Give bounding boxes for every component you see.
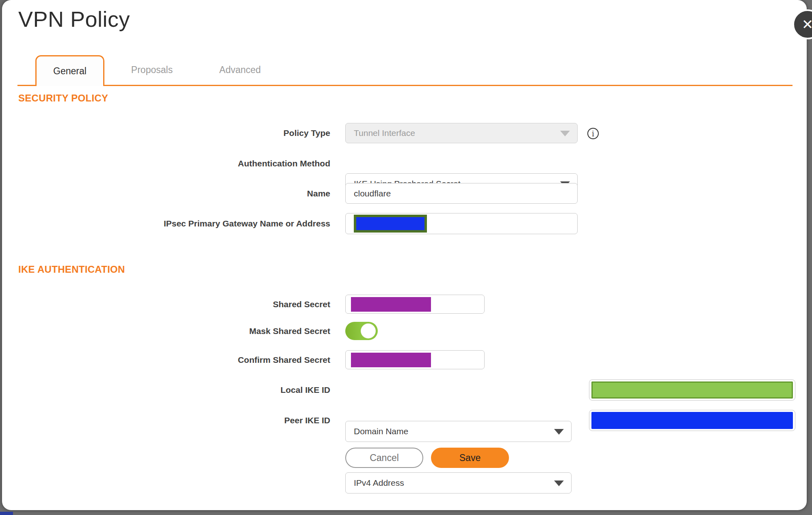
- local-ike-id-select[interactable]: Domain Name: [345, 421, 572, 442]
- page-title: VPN Policy: [18, 6, 130, 32]
- local-ike-id-value-input[interactable]: [589, 379, 795, 401]
- shared-secret-label: Shared Secret: [59, 295, 330, 314]
- confirm-shared-secret-redacted-value: [351, 353, 431, 367]
- gateway-input[interactable]: [345, 213, 578, 234]
- local-ike-id-type-value: Domain Name: [354, 427, 408, 436]
- peer-ike-id-redacted-value: [591, 412, 793, 429]
- policy-type-value: Tunnel Interface: [354, 128, 415, 138]
- chevron-down-icon: [554, 429, 564, 435]
- close-icon: ✕: [802, 16, 812, 32]
- mask-shared-secret-label: Mask Shared Secret: [59, 322, 330, 340]
- confirm-shared-secret-input[interactable]: [345, 350, 485, 369]
- shared-secret-redacted-value: [351, 297, 431, 312]
- peer-ike-id-type-value: IPv4 Address: [354, 478, 404, 488]
- vpn-policy-dialog: VPN Policy General Proposals Advanced SE…: [2, 0, 807, 510]
- section-heading-ike-authentication: IKE AUTHENTICATION: [18, 264, 125, 275]
- tab-general-label: General: [53, 66, 87, 77]
- peer-ike-id-label: Peer IKE ID: [59, 410, 330, 431]
- cancel-button[interactable]: Cancel: [345, 448, 423, 468]
- peer-ike-id-value-input[interactable]: [589, 410, 795, 431]
- gateway-redacted-value: [354, 215, 427, 233]
- name-input[interactable]: cloudflare: [345, 183, 578, 204]
- policy-type-select: Tunnel Interface: [345, 123, 578, 143]
- background-artifact: [0, 512, 13, 515]
- authentication-method-label: Authentication Method: [59, 153, 330, 174]
- peer-ike-id-select[interactable]: IPv4 Address: [345, 472, 572, 493]
- chevron-down-icon: [554, 481, 564, 486]
- tab-proposals-label: Proposals: [131, 65, 173, 75]
- tab-general[interactable]: General: [35, 55, 104, 86]
- info-icon[interactable]: i: [587, 128, 599, 139]
- name-label: Name: [59, 183, 330, 204]
- save-button[interactable]: Save: [431, 448, 509, 468]
- policy-type-label: Policy Type: [59, 123, 330, 143]
- gateway-label: IPsec Primary Gateway Name or Address: [59, 213, 330, 234]
- confirm-shared-secret-label: Confirm Shared Secret: [59, 350, 330, 369]
- tab-advanced-label: Advanced: [219, 65, 261, 75]
- tab-proposals[interactable]: Proposals: [115, 55, 188, 85]
- shared-secret-input[interactable]: [345, 295, 485, 314]
- toggle-knob: [361, 323, 376, 338]
- chevron-down-icon: [560, 131, 570, 136]
- local-ike-id-label: Local IKE ID: [59, 379, 330, 401]
- local-ike-id-redacted-value: [591, 381, 793, 399]
- tab-advanced[interactable]: Advanced: [204, 55, 277, 85]
- name-value: cloudflare: [354, 189, 391, 198]
- tab-bar-underline: [17, 85, 793, 86]
- mask-shared-secret-toggle[interactable]: [345, 322, 378, 340]
- section-heading-security-policy: SECURITY POLICY: [18, 93, 108, 104]
